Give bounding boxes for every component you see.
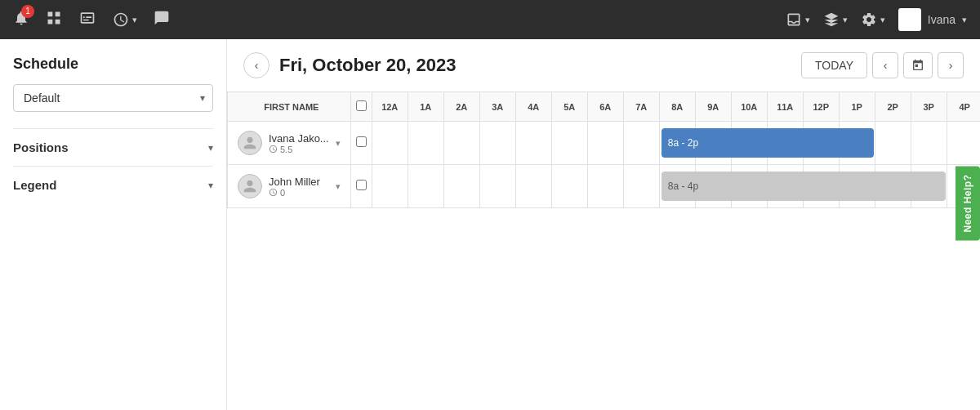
chat-icon[interactable]: [154, 10, 170, 30]
positions-section[interactable]: Positions ▾: [13, 128, 213, 166]
next-button[interactable]: ›: [938, 52, 964, 78]
time-cell-1a[interactable]: [408, 165, 443, 208]
time-cell-4p[interactable]: [947, 122, 980, 165]
employee-info: John Miller 0: [269, 176, 329, 198]
calendar-picker-button[interactable]: [903, 52, 933, 78]
table-header-row: FIRST NAME 12A 1A 2A 3A 4A 5A 6A 7A 8A: [228, 92, 981, 122]
row-checkbox[interactable]: [356, 180, 367, 190]
col-header-2a: 2A: [443, 92, 479, 122]
user-avatar: [898, 8, 921, 31]
col-header-12a: 12A: [372, 92, 408, 122]
time-cell-5a[interactable]: [551, 165, 587, 208]
employee-avatar: [238, 131, 262, 155]
schedule-select[interactable]: Default: [13, 84, 213, 112]
time-cell-4a[interactable]: [515, 122, 551, 165]
need-help-button[interactable]: Need Help?: [956, 166, 980, 240]
col-header-1a: 1A: [408, 92, 443, 122]
time-cell-5a[interactable]: [551, 122, 587, 165]
row-checkbox-cell: [350, 122, 372, 165]
col-header-3a: 3A: [479, 92, 515, 122]
sidebar: Schedule Default ▾ Positions ▾ Legend ▾: [0, 39, 227, 410]
col-header-name: FIRST NAME: [228, 92, 351, 122]
grid-icon[interactable]: [46, 10, 62, 30]
time-cell-6a[interactable]: [587, 122, 623, 165]
time-cell-4a[interactable]: [515, 165, 551, 208]
col-header-6a: 6A: [587, 92, 623, 122]
user-menu[interactable]: Ivana ▾: [898, 8, 967, 31]
main-layout: Schedule Default ▾ Positions ▾ Legend ▾ …: [0, 39, 980, 410]
table-row: Ivana Jako... 5.5 ▾ 8a - 2p: [228, 122, 981, 165]
need-help-wrap: Need Help?: [956, 166, 980, 243]
col-header-9a: 9A: [695, 92, 731, 122]
shift-bar-0[interactable]: 8a - 2p: [662, 128, 874, 158]
col-header-10a: 10A: [731, 92, 767, 122]
current-date: Fri, October 20, 2023: [279, 55, 456, 76]
date-nav: ‹ Fri, October 20, 2023: [243, 52, 456, 78]
employee-hours: 0: [269, 188, 329, 198]
time-cell-7a[interactable]: [623, 122, 659, 165]
row-checkbox[interactable]: [356, 136, 367, 147]
time-cell-8a[interactable]: 8a - 2p: [659, 122, 695, 165]
inbox-menu[interactable]: ▾: [786, 11, 810, 28]
row-checkbox-cell: [350, 165, 372, 208]
legend-section[interactable]: Legend ▾: [13, 166, 213, 203]
legend-chevron-icon: ▾: [208, 180, 213, 191]
time-cell-6a[interactable]: [587, 165, 623, 208]
positions-label: Positions: [13, 140, 69, 154]
legend-label: Legend: [13, 178, 56, 192]
employee-name: Ivana Jako...: [269, 132, 329, 145]
nav-left: 1 ▾: [13, 10, 769, 30]
positions-chevron-icon: ▾: [208, 142, 213, 154]
employee-row-dropdown[interactable]: ▾: [336, 138, 341, 149]
employee-hours: 5.5: [269, 145, 329, 154]
col-header-5a: 5A: [551, 92, 587, 122]
time-cell-8a[interactable]: 8a - 4p: [659, 165, 695, 208]
user-name: Ivana: [928, 13, 956, 26]
col-header-3p: 3P: [911, 92, 947, 122]
settings-menu[interactable]: ▾: [861, 11, 885, 28]
employee-name: John Miller: [269, 176, 329, 188]
employee-row-dropdown[interactable]: ▾: [336, 181, 341, 192]
shift-bar-1[interactable]: 8a - 4p: [662, 172, 946, 201]
time-cell-12a[interactable]: [372, 165, 408, 208]
sidebar-title: Schedule: [13, 56, 213, 73]
prev-button[interactable]: ‹: [872, 52, 898, 78]
time-cell-3p[interactable]: [911, 122, 947, 165]
nav-right: ▾ ▾ ▾ Ivana ▾: [786, 8, 967, 31]
select-all-checkbox[interactable]: [356, 100, 367, 111]
back-arrow-button[interactable]: ‹: [243, 52, 270, 78]
time-cell-12a[interactable]: [372, 122, 408, 165]
table-row: John Miller 0 ▾ 8a - 4p: [228, 165, 981, 208]
col-header-4p: 4P: [947, 92, 980, 122]
col-header-check: [350, 92, 372, 122]
schedule-table-wrap: FIRST NAME 12A 1A 2A 3A 4A 5A 6A 7A 8A: [227, 91, 980, 410]
col-header-1p: 1P: [839, 92, 875, 122]
employee-name-cell: John Miller 0 ▾: [228, 165, 351, 208]
schedule-select-wrap: Default ▾: [13, 84, 213, 112]
employee-info: Ivana Jako... 5.5: [269, 132, 329, 154]
header-controls: TODAY ‹ ›: [801, 52, 964, 78]
col-header-11a: 11A: [767, 92, 803, 122]
col-header-8a: 8A: [659, 92, 695, 122]
time-cell-2p[interactable]: [875, 122, 911, 165]
col-header-4a: 4A: [515, 92, 551, 122]
schedule-table: FIRST NAME 12A 1A 2A 3A 4A 5A 6A 7A 8A: [227, 91, 980, 208]
content-area: ‹ Fri, October 20, 2023 TODAY ‹ › FIRST …: [227, 39, 980, 410]
top-navigation: 1 ▾ ▾ ▾ ▾ Ivana ▾: [0, 0, 980, 39]
time-cell-2a[interactable]: [443, 165, 479, 208]
time-cell-1a[interactable]: [408, 122, 443, 165]
time-cell-3a[interactable]: [479, 122, 515, 165]
notification-badge: 1: [21, 5, 34, 18]
time-cell-2a[interactable]: [443, 122, 479, 165]
notifications-icon[interactable]: 1: [13, 10, 29, 30]
today-button[interactable]: TODAY: [801, 52, 867, 78]
time-cell-3a[interactable]: [479, 165, 515, 208]
time-cell-7a[interactable]: [623, 165, 659, 208]
id-card-icon[interactable]: [78, 10, 96, 30]
col-header-12p: 12P: [803, 92, 839, 122]
clock-menu[interactable]: ▾: [113, 11, 137, 28]
building-menu[interactable]: ▾: [823, 11, 848, 28]
employee-name-cell: Ivana Jako... 5.5 ▾: [228, 122, 351, 165]
col-header-7a: 7A: [623, 92, 659, 122]
employee-avatar: [238, 174, 262, 198]
